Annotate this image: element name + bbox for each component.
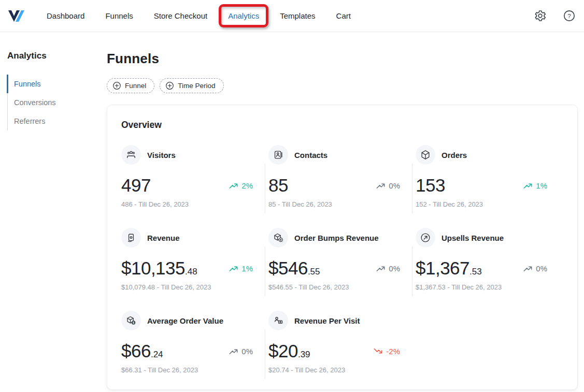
visitors-icon: [121, 145, 141, 165]
sidebar-menu: Funnels Conversions Referrers: [7, 75, 107, 130]
average-order-value-icon: $: [121, 311, 141, 330]
sidebar-item-conversions[interactable]: Conversions: [8, 93, 107, 112]
stat-value: $546.55: [268, 258, 320, 279]
overview-title: Overview: [121, 120, 563, 130]
stat-value: $20.39: [268, 341, 310, 361]
sidebar-title: Analytics: [7, 51, 107, 61]
trending-up-icon: [523, 181, 533, 191]
trending-up-icon: [229, 346, 238, 356]
trend-indicator: 0%: [523, 264, 547, 273]
topbar-actions: ?: [533, 9, 576, 23]
trending-up-icon: [229, 264, 238, 273]
page-title: Funnels: [107, 51, 584, 67]
order-bumps-revenue-icon: [268, 228, 288, 248]
nav-templates[interactable]: Templates: [269, 0, 325, 32]
filter-label: Funnel: [125, 82, 146, 90]
main-content: Funnels Funnel Time Period Overview: [107, 32, 584, 391]
svg-text:$: $: [133, 321, 134, 324]
contacts-icon: [268, 145, 288, 165]
stat-subtext: $10,079.48 - Till Dec 26, 2023: [121, 283, 253, 291]
stat-value: $1,367.53: [416, 258, 482, 279]
trend-indicator: 0%: [376, 264, 400, 273]
upsells-revenue-icon: [416, 228, 435, 248]
nav-cart[interactable]: Cart: [326, 0, 361, 32]
nav-funnels[interactable]: Funnels: [95, 0, 143, 32]
sidebar-item-referrers[interactable]: Referrers: [8, 112, 107, 130]
help-icon[interactable]: ?: [562, 9, 576, 23]
filter-bar: Funnel Time Period: [107, 78, 584, 93]
stat-label: Average Order Value: [147, 316, 223, 325]
primary-nav: Dashboard Funnels Store Checkout Analyti…: [36, 0, 361, 32]
trend-indicator: 1%: [229, 264, 253, 273]
stat-contacts: Contacts 85 0% 85 - Till Dec 26, 2023: [268, 145, 416, 208]
stat-subtext: 85 - Till Dec 26, 2023: [268, 200, 400, 208]
sidebar-item-funnels[interactable]: Funnels: [7, 75, 107, 93]
stat-average-order-value: $ Average Order Value $66.24 0% $66.31 -…: [121, 311, 268, 374]
stat-value: $66.24: [121, 341, 163, 361]
stat-orders: Orders 153 1% 152 - Till Dec 26, 2023: [416, 145, 563, 208]
stat-subtext: $66.31 - Till Dec 26, 2023: [121, 366, 253, 374]
trending-down-icon: [373, 346, 383, 356]
top-nav-bar: Dashboard Funnels Store Checkout Analyti…: [0, 0, 584, 32]
revenue-icon: [121, 228, 141, 248]
trending-up-icon: [376, 181, 386, 191]
svg-text:?: ?: [567, 13, 571, 19]
stat-value: 85: [268, 175, 288, 196]
filter-label: Time Period: [178, 82, 215, 90]
stat-revenue-per-visit: Revenue Per Visit $20.39 -2% $20.74 - Ti…: [268, 311, 416, 374]
analytics-sidebar: Analytics Funnels Conversions Referrers: [0, 32, 107, 391]
stat-label: Contacts: [294, 151, 327, 159]
trend-indicator: 1%: [523, 181, 547, 191]
stat-value: 497: [121, 175, 151, 196]
stat-label: Orders: [441, 151, 467, 159]
add-funnel-filter-button[interactable]: Funnel: [107, 78, 154, 93]
plus-circle-icon: [165, 81, 174, 90]
revenue-per-visit-icon: [268, 311, 288, 330]
add-time-period-filter-button[interactable]: Time Period: [160, 78, 223, 93]
stat-value: 153: [416, 175, 445, 196]
stat-label: Upsells Revenue: [441, 234, 504, 242]
trend-indicator: 2%: [229, 181, 253, 191]
trending-up-icon: [376, 264, 386, 273]
stat-order-bumps-revenue: Order Bumps Revenue $546.55 0% $546.55 -…: [268, 228, 416, 291]
stats-grid: Visitors 497 2% 486 - Till Dec 26, 2023: [121, 145, 563, 374]
trending-up-icon: [523, 264, 533, 273]
nav-dashboard[interactable]: Dashboard: [36, 0, 95, 32]
stat-label: Revenue: [147, 234, 180, 242]
stat-subtext: $1,367.53 - Till Dec 26, 2023: [416, 283, 547, 291]
orders-icon: [416, 145, 435, 165]
overview-card: Overview Visitors: [107, 105, 578, 390]
gear-icon[interactable]: [533, 9, 547, 23]
nav-analytics[interactable]: Analytics: [218, 0, 269, 32]
stat-upsells-revenue: Upsells Revenue $1,367.53 0% $1,367.53 -…: [416, 228, 563, 291]
nav-analytics-label: Analytics: [228, 11, 259, 20]
wpfunnels-logo-icon[interactable]: [7, 7, 28, 25]
trending-up-icon: [229, 181, 238, 191]
stat-subtext: $20.74 - Till Dec 26, 2023: [268, 366, 400, 374]
stat-subtext: $546.55 - Till Dec 26, 2023: [268, 283, 400, 291]
stat-revenue: Revenue $10,135.48 1% $10,079.48 - Till …: [121, 228, 268, 291]
trend-indicator: 0%: [229, 346, 253, 356]
trend-indicator: -2%: [373, 346, 400, 356]
stat-subtext: 152 - Till Dec 26, 2023: [416, 200, 547, 208]
stat-label: Visitors: [147, 151, 176, 159]
plus-circle-icon: [112, 81, 121, 90]
stat-label: Revenue Per Visit: [294, 316, 360, 325]
stat-value: $10,135.48: [121, 258, 197, 279]
nav-store-checkout[interactable]: Store Checkout: [144, 0, 218, 32]
trend-indicator: 0%: [376, 181, 400, 191]
stat-label: Order Bumps Revenue: [294, 234, 379, 242]
stat-visitors: Visitors 497 2% 486 - Till Dec 26, 2023: [121, 145, 268, 208]
stat-subtext: 486 - Till Dec 26, 2023: [121, 200, 253, 208]
